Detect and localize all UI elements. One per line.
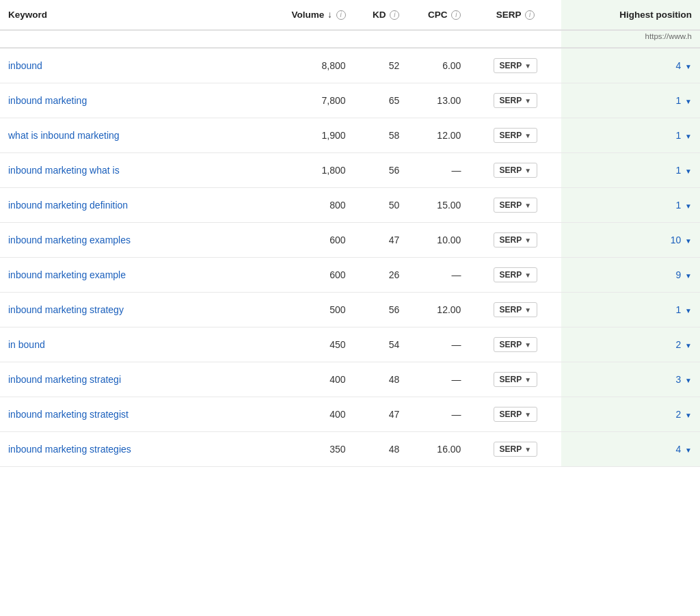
serp-button[interactable]: SERP ▼ xyxy=(494,372,538,387)
cell-highest-position: 1 ▼ xyxy=(561,83,700,118)
position-dropdown-icon[interactable]: ▼ xyxy=(685,98,692,105)
keyword-link[interactable]: in bound xyxy=(8,339,45,350)
table-sub-header-row: https://www.h xyxy=(0,30,700,48)
serp-button[interactable]: SERP ▼ xyxy=(494,232,538,247)
cell-volume: 400 xyxy=(262,362,354,397)
position-dropdown-icon[interactable]: ▼ xyxy=(685,377,692,384)
serp-button[interactable]: SERP ▼ xyxy=(494,442,538,457)
col-header-cpc[interactable]: CPC i xyxy=(407,0,469,30)
table-row: inbound marketing strategies 350 48 16.0… xyxy=(0,432,700,467)
serp-button-label: SERP xyxy=(500,200,522,210)
info-icon-volume: i xyxy=(336,10,346,20)
cell-highest-position: 1 ▼ xyxy=(561,188,700,223)
keyword-link[interactable]: inbound marketing what is xyxy=(8,165,120,176)
position-dropdown-icon[interactable]: ▼ xyxy=(685,237,692,245)
serp-button[interactable]: SERP ▼ xyxy=(494,302,538,317)
position-value: 3 xyxy=(675,374,681,385)
sub-header-serp xyxy=(469,30,561,48)
col-header-serp[interactable]: SERP i xyxy=(469,0,561,30)
position-dropdown-icon[interactable]: ▼ xyxy=(685,63,692,70)
cell-serp: SERP ▼ xyxy=(469,397,561,432)
cell-keyword: inbound marketing what is xyxy=(0,153,262,188)
position-dropdown-icon[interactable]: ▼ xyxy=(685,446,692,454)
keyword-link[interactable]: inbound marketing strategies xyxy=(8,444,131,455)
position-value: 4 xyxy=(675,444,681,455)
keyword-link[interactable]: inbound marketing examples xyxy=(8,235,131,245)
position-dropdown-icon[interactable]: ▼ xyxy=(685,202,692,210)
info-icon-serp: i xyxy=(525,10,535,20)
cell-kd: 48 xyxy=(354,432,408,467)
serp-button-label: SERP xyxy=(500,444,522,454)
table-body: inbound 8,800 52 6.00 SERP ▼ 4 ▼ inbound… xyxy=(0,48,700,467)
sort-arrow-volume: ↓ xyxy=(327,10,332,20)
cell-kd: 26 xyxy=(354,258,408,293)
dropdown-arrow-icon: ▼ xyxy=(524,62,531,70)
keyword-link[interactable]: inbound marketing strategy xyxy=(8,304,124,315)
position-dropdown-icon[interactable]: ▼ xyxy=(685,133,692,140)
position-dropdown-icon[interactable]: ▼ xyxy=(685,342,692,349)
cell-highest-position: 10 ▼ xyxy=(561,223,700,258)
keyword-link[interactable]: inbound marketing xyxy=(8,95,87,106)
serp-button-label: SERP xyxy=(500,410,522,419)
serp-button[interactable]: SERP ▼ xyxy=(494,163,538,178)
serp-button[interactable]: SERP ▼ xyxy=(494,267,538,282)
serp-button[interactable]: SERP ▼ xyxy=(494,337,538,352)
serp-button[interactable]: SERP ▼ xyxy=(494,58,538,73)
dropdown-arrow-icon: ▼ xyxy=(524,237,531,244)
cell-kd: 48 xyxy=(354,362,408,397)
cell-serp: SERP ▼ xyxy=(469,223,561,258)
cell-keyword: inbound marketing definition xyxy=(0,188,262,223)
keyword-link[interactable]: inbound marketing strategi xyxy=(8,374,121,385)
position-dropdown-icon[interactable]: ▼ xyxy=(685,412,692,419)
dropdown-arrow-icon: ▼ xyxy=(524,97,531,105)
cell-cpc: 10.00 xyxy=(407,223,469,258)
cell-cpc: 12.00 xyxy=(407,293,469,327)
serp-button[interactable]: SERP ▼ xyxy=(494,93,538,108)
info-icon-cpc: i xyxy=(451,10,461,20)
keyword-link[interactable]: inbound xyxy=(8,60,42,71)
keyword-link[interactable]: what is inbound marketing xyxy=(8,130,120,141)
table-row: inbound marketing strategy 500 56 12.00 … xyxy=(0,293,700,327)
cell-serp: SERP ▼ xyxy=(469,432,561,467)
dropdown-arrow-icon: ▼ xyxy=(524,271,531,279)
serp-button[interactable]: SERP ▼ xyxy=(494,128,538,143)
position-dropdown-icon[interactable]: ▼ xyxy=(685,168,692,175)
table-row: inbound marketing what is 1,800 56 — SER… xyxy=(0,153,700,188)
keyword-link[interactable]: inbound marketing definition xyxy=(8,200,128,211)
table-header-row: Keyword Volume ↓ i KD i CPC i SERP i xyxy=(0,0,700,30)
cell-volume: 450 xyxy=(262,327,354,362)
cell-cpc: — xyxy=(407,362,469,397)
serp-button-label: SERP xyxy=(500,270,522,280)
cell-kd: 52 xyxy=(354,48,408,83)
dropdown-arrow-icon: ▼ xyxy=(524,446,531,453)
cell-kd: 54 xyxy=(354,327,408,362)
cell-kd: 47 xyxy=(354,223,408,258)
keyword-link[interactable]: inbound marketing example xyxy=(8,269,126,280)
sub-header-domain: https://www.h xyxy=(561,30,700,48)
serp-button-label: SERP xyxy=(500,375,522,384)
serp-button-label: SERP xyxy=(500,61,522,70)
cell-volume: 600 xyxy=(262,223,354,258)
serp-button[interactable]: SERP ▼ xyxy=(494,407,538,422)
serp-button[interactable]: SERP ▼ xyxy=(494,198,538,213)
position-value: 2 xyxy=(675,339,681,350)
position-dropdown-icon[interactable]: ▼ xyxy=(685,307,692,314)
col-header-kd[interactable]: KD i xyxy=(354,0,408,30)
cell-volume: 800 xyxy=(262,188,354,223)
cell-keyword: inbound marketing xyxy=(0,83,262,118)
cell-serp: SERP ▼ xyxy=(469,188,561,223)
cell-highest-position: 9 ▼ xyxy=(561,258,700,293)
cell-cpc: 6.00 xyxy=(407,48,469,83)
keyword-link[interactable]: inbound marketing strategist xyxy=(8,409,129,420)
position-value: 1 xyxy=(675,165,681,176)
dropdown-arrow-icon: ▼ xyxy=(524,306,531,314)
cell-highest-position: 1 ▼ xyxy=(561,118,700,153)
col-header-volume[interactable]: Volume ↓ i xyxy=(262,0,354,30)
cell-kd: 50 xyxy=(354,188,408,223)
serp-button-label: SERP xyxy=(500,340,522,349)
position-dropdown-icon[interactable]: ▼ xyxy=(685,272,692,280)
table-row: inbound marketing examples 600 47 10.00 … xyxy=(0,223,700,258)
serp-button-label: SERP xyxy=(500,235,522,245)
cell-kd: 65 xyxy=(354,83,408,118)
cell-keyword: inbound marketing strategist xyxy=(0,397,262,432)
